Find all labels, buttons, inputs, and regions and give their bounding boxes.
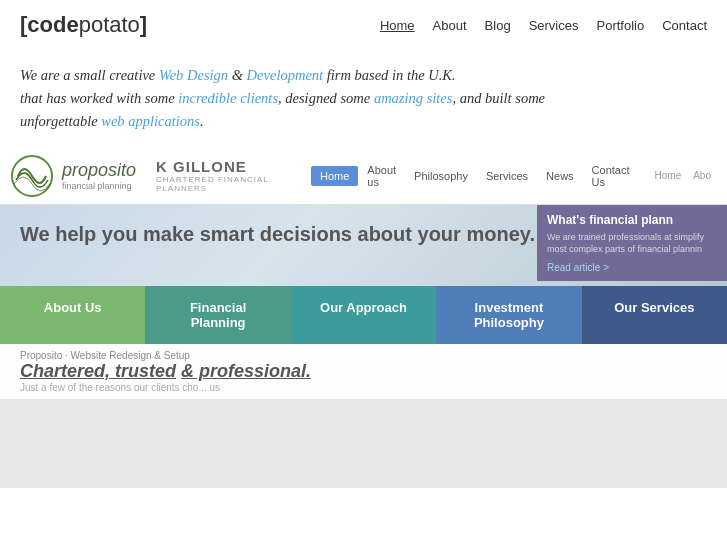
proposito-logo-icon xyxy=(10,154,54,198)
bottom-large-suffix: & professional. xyxy=(181,361,311,381)
hero-section: We help you make smart decisions about y… xyxy=(0,205,727,286)
tiles-row: About Us FinancialPlanning Our Approach … xyxy=(0,286,727,344)
proposito-name: proposito xyxy=(62,160,136,180)
logo-bracket-close: ] xyxy=(140,12,147,37)
gillone-nav: Home Abo xyxy=(649,168,717,183)
gillone-name: K GILLONE xyxy=(156,158,301,175)
gillone-text-area: K GILLONE CHARTERED FINANCIAL PLANNERS xyxy=(156,158,301,193)
bottom-caption-large: Chartered, trusted & professional. xyxy=(20,361,707,382)
gillone-nav-home[interactable]: Home xyxy=(649,168,688,183)
tile-approach[interactable]: Our Approach xyxy=(291,286,436,344)
intro-line2-mid: , designed some xyxy=(278,90,374,106)
nav-portfolio[interactable]: Portfolio xyxy=(596,18,644,33)
intro-prefix: We are a small creative xyxy=(20,67,159,83)
logo-potato: potato xyxy=(79,12,140,37)
proposito-nav-home[interactable]: Home xyxy=(311,166,358,186)
bottom-large-prefix: Chartered, trusted xyxy=(20,361,176,381)
intro-line2-prefix: that has worked with some xyxy=(20,90,178,106)
whats-panel: What's financial plann We are trained pr… xyxy=(537,205,727,281)
proposito-logo-area: proposito financial planning xyxy=(10,154,136,198)
tile-about-label: About Us xyxy=(44,300,102,315)
proposito-nav-philosophy[interactable]: Philosophy xyxy=(405,166,477,186)
bottom-caption-small: Proposito · Website Redesign & Setup xyxy=(20,350,707,361)
nav-contact[interactable]: Contact xyxy=(662,18,707,33)
proposito-navbar: proposito financial planning K GILLONE C… xyxy=(0,148,727,205)
intro-sites-link[interactable]: amazing sites xyxy=(374,90,453,106)
nav-about[interactable]: About xyxy=(433,18,467,33)
tile-services-label: Our Services xyxy=(614,300,694,315)
proposito-nav-about[interactable]: About us xyxy=(358,160,405,192)
intro-section: We are a small creative Web Design & Dev… xyxy=(0,46,727,148)
whats-panel-text: We are trained professionals at simplify… xyxy=(547,231,717,256)
logo-code: code xyxy=(27,12,78,37)
bottom-sub: Just a few of the reasons our clients ch… xyxy=(20,382,707,393)
intro-web-design-link[interactable]: Web Design xyxy=(159,67,228,83)
site-logo: [codepotato] xyxy=(20,12,147,38)
intro-connector1: & xyxy=(228,67,247,83)
tile-services[interactable]: Our Services xyxy=(582,286,727,344)
intro-line3-prefix: unforgettable xyxy=(20,113,101,129)
nav-blog[interactable]: Blog xyxy=(485,18,511,33)
proposito-sub: financial planning xyxy=(62,181,136,191)
bottom-caption: Proposito · Website Redesign & Setup Cha… xyxy=(0,344,727,399)
gillone-nav-abo[interactable]: Abo xyxy=(687,168,717,183)
intro-apps-link[interactable]: web applications xyxy=(101,113,200,129)
proposito-nav-contact[interactable]: Contact Us xyxy=(583,160,639,192)
whats-panel-title: What's financial plann xyxy=(547,213,717,227)
intro-line3-end: . xyxy=(200,113,204,129)
header: [codepotato] Home About Blog Services Po… xyxy=(0,0,727,46)
intro-clients-link[interactable]: incredible clients xyxy=(178,90,278,106)
tile-financial-label: FinancialPlanning xyxy=(190,300,246,330)
intro-middle: firm based in the U.K. xyxy=(323,67,456,83)
proposito-nav: Home About us Philosophy Services News C… xyxy=(311,160,639,192)
tile-approach-label: Our Approach xyxy=(320,300,407,315)
read-article-link[interactable]: Read article > xyxy=(547,262,717,273)
intro-line2-end: , and built some xyxy=(452,90,545,106)
tile-about[interactable]: About Us xyxy=(0,286,145,344)
intro-development-link[interactable]: Development xyxy=(247,67,324,83)
tile-financial[interactable]: FinancialPlanning xyxy=(145,286,290,344)
nav-home[interactable]: Home xyxy=(380,18,415,33)
proposito-nav-services[interactable]: Services xyxy=(477,166,537,186)
main-nav: Home About Blog Services Portfolio Conta… xyxy=(380,18,707,33)
gillone-sub: CHARTERED FINANCIAL PLANNERS xyxy=(156,175,301,193)
tile-investment-label: InvestmentPhilosophy xyxy=(474,300,544,330)
tile-investment[interactable]: InvestmentPhilosophy xyxy=(436,286,581,344)
nav-services[interactable]: Services xyxy=(529,18,579,33)
proposito-nav-news[interactable]: News xyxy=(537,166,583,186)
portfolio-area: proposito financial planning K GILLONE C… xyxy=(0,148,727,488)
proposito-text-area: proposito financial planning xyxy=(62,160,136,191)
